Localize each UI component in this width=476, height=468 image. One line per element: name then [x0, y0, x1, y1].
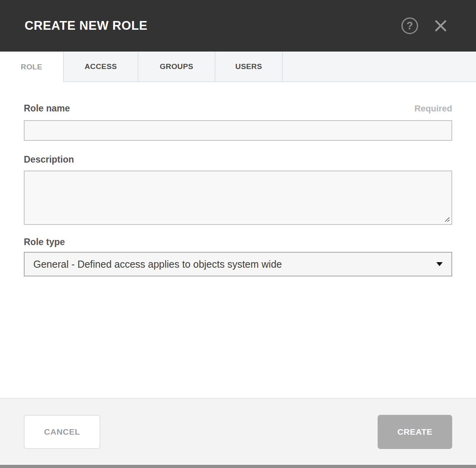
tab-groups[interactable]: GROUPS — [138, 52, 215, 82]
modal-footer: CANCEL CREATE — [0, 398, 476, 465]
x-icon — [433, 18, 448, 33]
description-label: Description — [24, 154, 74, 165]
tab-users[interactable]: USERS — [215, 52, 283, 82]
role-type-select[interactable]: General - Defined access applies to obje… — [24, 252, 452, 276]
role-type-label-row: Role type — [24, 237, 452, 247]
role-name-input[interactable] — [24, 120, 452, 141]
help-button[interactable]: ? — [401, 17, 418, 34]
create-button[interactable]: CREATE — [378, 415, 452, 449]
bottom-edge-bar — [0, 465, 476, 468]
tab-role[interactable]: ROLE — [0, 52, 63, 82]
role-type-selected-option: General - Defined access applies to obje… — [33, 259, 282, 270]
header-actions: ? — [401, 17, 448, 34]
resize-grip-icon[interactable] — [444, 217, 450, 222]
role-name-label: Role name — [24, 103, 70, 114]
role-type-label: Role type — [24, 237, 65, 247]
create-new-role-modal: CREATE NEW ROLE ? ROLE ACCESS GROUPS USE… — [0, 0, 476, 468]
role-name-label-row: Role name Required — [24, 103, 452, 114]
role-form: Role name Required Description Role type… — [0, 103, 476, 276]
tab-access[interactable]: ACCESS — [63, 52, 138, 82]
caret-down-icon — [436, 262, 443, 266]
description-textarea-wrap — [24, 171, 452, 225]
description-textarea[interactable] — [24, 171, 452, 225]
cancel-button[interactable]: CANCEL — [24, 415, 100, 449]
tab-bar: ROLE ACCESS GROUPS USERS — [0, 52, 476, 82]
required-hint: Required — [415, 104, 452, 114]
circle-question-icon: ? — [407, 21, 413, 31]
tab-bar-filler — [283, 52, 476, 82]
close-button[interactable] — [433, 18, 448, 33]
description-label-row: Description — [24, 154, 452, 165]
modal-header: CREATE NEW ROLE ? — [0, 0, 476, 52]
modal-title: CREATE NEW ROLE — [25, 19, 148, 33]
